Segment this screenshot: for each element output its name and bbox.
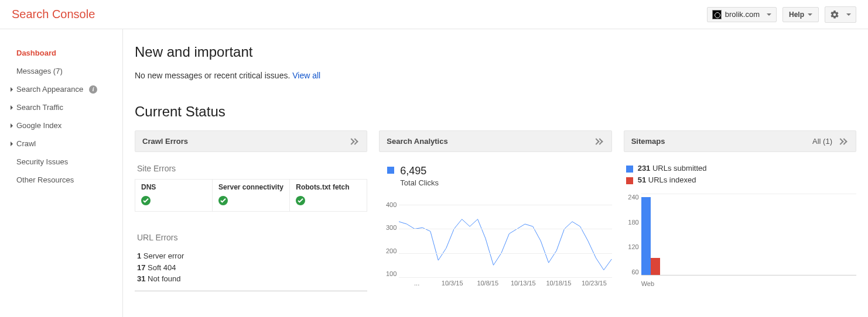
help-button[interactable]: Help	[782, 7, 819, 22]
chart-y-ticks: 240 180 120 60	[624, 194, 641, 275]
property-selector[interactable]: brolik.com	[707, 7, 777, 22]
card-title: Crawl Errors	[142, 137, 188, 146]
sitemaps-header[interactable]: Sitemaps All (1)	[624, 130, 856, 152]
sidebar-item-search-appearance[interactable]: Search Appearance i	[8, 80, 122, 98]
help-button-label: Help	[789, 11, 804, 19]
app-title[interactable]: Search Console	[12, 8, 95, 21]
url-errors-label: URL Errors	[135, 229, 367, 248]
sidebar-item-search-traffic[interactable]: Search Traffic	[8, 98, 122, 116]
site-errors-label: Site Errors	[135, 160, 367, 179]
chart-x-ticks: ... 10/3/15 10/8/15 10/13/15 10/18/15 10…	[399, 280, 611, 289]
chevrons-right-icon	[838, 138, 849, 145]
clicks-legend: 6,495 Total Clicks	[379, 160, 611, 195]
site-favicon-icon	[712, 10, 722, 19]
card-title: Search Analytics	[387, 137, 447, 146]
sitemaps-bar-chart[interactable]: 240 180 120 60 Web	[624, 194, 856, 287]
url-error-row[interactable]: 31 Not found	[137, 273, 365, 285]
chart-plot	[399, 205, 611, 277]
check-icon	[218, 196, 228, 205]
sidebar-item-label: Google Index	[16, 121, 61, 130]
search-analytics-card: Search Analytics 6,495 Total Clicks 400 …	[379, 130, 611, 291]
header-actions: brolik.com Help	[707, 6, 856, 23]
sidebar-item-crawl[interactable]: Crawl	[8, 135, 122, 153]
sitemaps-legend: 231 URLs submitted 51 URLs indexed	[624, 160, 856, 191]
settings-button[interactable]	[825, 6, 856, 23]
legend-submitted: 231 URLs submitted	[626, 163, 856, 174]
chevrons-right-icon	[349, 138, 360, 145]
chart-y-ticks: 400 300 200 100	[379, 201, 399, 277]
total-clicks-label: Total Clicks	[400, 178, 439, 187]
clicks-line-chart[interactable]: 400 300 200 100	[379, 201, 611, 289]
site-error-label: DNS	[141, 183, 206, 191]
check-icon	[296, 196, 305, 205]
caret-down-icon	[808, 13, 812, 16]
legend-indexed: 51 URLs indexed	[626, 174, 856, 186]
app-header: Search Console brolik.com Help	[0, 0, 868, 29]
legend-swatch-red-icon	[626, 177, 633, 184]
gear-icon	[830, 10, 839, 19]
crawl-errors-card: Crawl Errors Site Errors DNS Server conn…	[135, 130, 367, 291]
search-analytics-header[interactable]: Search Analytics	[379, 130, 611, 152]
sitemaps-all-label: All (1)	[812, 137, 832, 146]
sidebar-item-google-index[interactable]: Google Index	[8, 116, 122, 135]
chevrons-right-icon	[594, 138, 604, 145]
chart-plot	[641, 194, 856, 275]
caret-down-icon	[846, 13, 851, 16]
sitemaps-card: Sitemaps All (1) 231 URLs submitted 51 U…	[624, 130, 856, 291]
sidebar-item-label: Search Appearance	[16, 85, 83, 94]
crawl-errors-header[interactable]: Crawl Errors	[135, 130, 367, 152]
legend-swatch-blue-icon	[626, 166, 633, 173]
site-error-label: Robots.txt fetch	[296, 183, 361, 191]
caret-right-icon	[11, 87, 13, 92]
sidebar-item-security-issues[interactable]: Security Issues	[8, 153, 122, 171]
chart-x-label: Web	[641, 280, 654, 287]
sidebar-nav: Dashboard Messages (7) Search Appearance…	[0, 29, 123, 317]
property-name: brolik.com	[725, 10, 760, 19]
sidebar-item-label: Search Traffic	[16, 103, 63, 112]
view-all-link[interactable]: View all	[292, 71, 320, 80]
sidebar-item-messages[interactable]: Messages (7)	[8, 62, 122, 80]
sidebar-item-label: Messages (7)	[16, 67, 63, 75]
main-content: New and important No new messages or rec…	[123, 29, 868, 317]
status-text: No new messages or recent critical issue…	[135, 71, 290, 80]
site-error-robots[interactable]: Robots.txt fetch	[290, 180, 367, 211]
url-error-row[interactable]: 17 Soft 404	[137, 262, 365, 274]
site-error-server[interactable]: Server connectivity	[213, 180, 290, 211]
url-errors-list: 1 Server error 17 Soft 404 31 Not found	[135, 248, 367, 291]
info-icon[interactable]: i	[89, 85, 97, 94]
caret-right-icon	[11, 105, 13, 110]
sidebar-item-label: Crawl	[16, 139, 36, 148]
sidebar-item-label: Dashboard	[16, 49, 56, 57]
sidebar-item-dashboard[interactable]: Dashboard	[8, 44, 122, 62]
current-status-heading: Current Status	[135, 104, 856, 120]
url-errors-section: URL Errors 1 Server error 17 Soft 404 31…	[135, 229, 367, 291]
site-error-label: Server connectivity	[218, 183, 283, 191]
check-icon	[141, 196, 151, 205]
sidebar-item-other-resources[interactable]: Other Resources	[8, 171, 122, 189]
url-error-row[interactable]: 1 Server error	[137, 250, 365, 262]
status-message: No new messages or recent critical issue…	[135, 71, 856, 80]
caret-down-icon	[767, 13, 771, 16]
sidebar-item-label: Other Resources	[16, 175, 74, 184]
card-title: Sitemaps	[631, 137, 665, 146]
total-clicks-value: 6,495	[400, 165, 439, 177]
sidebar-item-label: Security Issues	[16, 157, 68, 166]
legend-swatch-blue-icon	[387, 167, 394, 174]
new-important-heading: New and important	[135, 44, 856, 60]
caret-right-icon	[11, 123, 13, 128]
caret-right-icon	[11, 142, 13, 146]
site-error-dns[interactable]: DNS	[135, 180, 213, 211]
site-errors-grid: DNS Server connectivity Robots.txt fetch	[135, 179, 367, 212]
